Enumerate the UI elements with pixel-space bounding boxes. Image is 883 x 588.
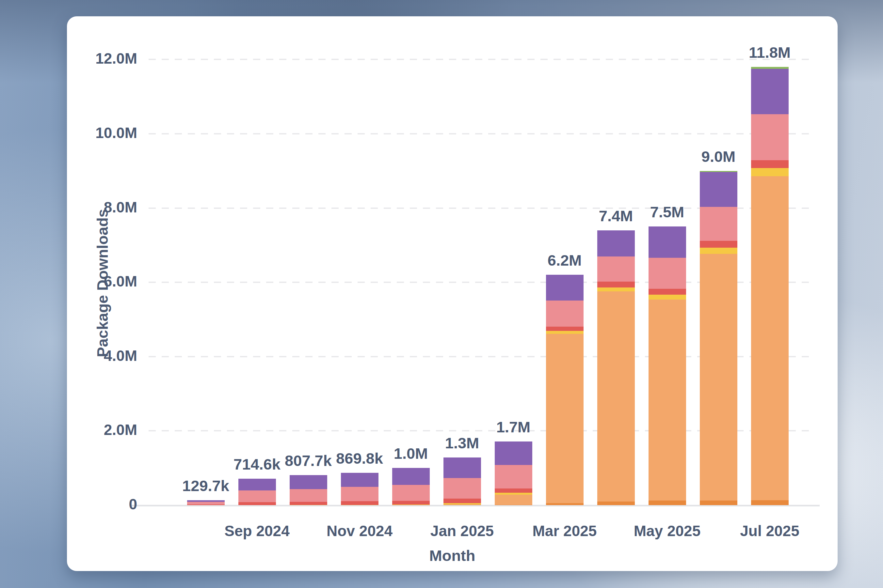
segment-pink[interactable] [341, 487, 379, 501]
x-tick-label-nov-2024: Nov 2024 [304, 522, 415, 540]
x-tick-label-sep-2024: Sep 2024 [202, 522, 313, 540]
x-tick-label-jan-2025: Jan 2025 [406, 522, 517, 540]
segment-red[interactable] [648, 289, 686, 295]
segment-yellow[interactable] [700, 248, 737, 254]
segment-red[interactable] [341, 501, 379, 505]
segment-light-orange[interactable] [700, 254, 737, 501]
segment-red[interactable] [238, 502, 276, 505]
bar-may-2025[interactable] [648, 16, 686, 505]
desktop-background: { "chart_data": { "type": "bar", "stacke… [0, 0, 883, 588]
segment-red[interactable] [546, 327, 584, 331]
segment-light-orange[interactable] [597, 291, 635, 501]
segment-dark-orange[interactable] [546, 503, 584, 505]
segment-red[interactable] [751, 160, 789, 168]
bar-sep-2024[interactable] [238, 16, 276, 505]
y-tick-label: 2.0M [67, 421, 137, 438]
segment-green[interactable] [751, 67, 789, 69]
segment-purple[interactable] [751, 69, 789, 114]
segment-dark-orange[interactable] [392, 505, 430, 505]
y-tick-label: 10.0M [67, 124, 137, 142]
plot-area: Package Downloads Month 12.0M10.0M8.0M6.… [67, 16, 838, 571]
bar-value-label: 11.8M [714, 44, 825, 62]
segment-yellow[interactable] [751, 168, 789, 176]
segment-green[interactable] [700, 171, 737, 172]
x-tick-label-mar-2025: Mar 2025 [509, 522, 620, 540]
segment-purple[interactable] [546, 275, 584, 300]
segment-purple[interactable] [341, 473, 379, 487]
segment-dark-orange[interactable] [444, 505, 481, 505]
segment-purple[interactable] [238, 479, 276, 490]
segment-dark-orange[interactable] [341, 505, 379, 505]
bar-jul-2025[interactable] [751, 16, 789, 505]
segment-pink[interactable] [392, 485, 430, 501]
x-tick-label-jul-2025: Jul 2025 [714, 522, 825, 540]
y-tick-label: 8.0M [67, 198, 137, 216]
y-tick-label: 6.0M [67, 273, 137, 290]
bar-apr-2025[interactable] [597, 16, 635, 505]
segment-dark-orange[interactable] [648, 501, 686, 505]
segment-pink[interactable] [187, 502, 225, 504]
segment-red[interactable] [444, 499, 481, 504]
segment-yellow[interactable] [392, 504, 430, 505]
segment-dark-orange[interactable] [751, 500, 789, 505]
segment-dark-orange[interactable] [597, 501, 635, 505]
segment-red[interactable] [700, 241, 737, 248]
segment-yellow[interactable] [648, 295, 686, 299]
segment-dark-orange[interactable] [700, 501, 737, 505]
segment-yellow[interactable] [597, 288, 635, 291]
segment-red[interactable] [392, 501, 430, 504]
segment-purple[interactable] [700, 172, 737, 207]
x-axis-title: Month [67, 546, 838, 564]
segment-red[interactable] [187, 504, 225, 505]
segment-yellow[interactable] [444, 503, 481, 504]
bar-dec-2024[interactable] [392, 16, 430, 505]
segment-purple[interactable] [392, 468, 430, 485]
segment-pink[interactable] [290, 489, 327, 502]
segment-purple[interactable] [597, 230, 635, 256]
segment-purple[interactable] [444, 458, 481, 478]
segment-pink[interactable] [597, 256, 635, 282]
segment-light-orange[interactable] [444, 504, 481, 505]
y-tick-label: 4.0M [67, 347, 137, 364]
segment-red[interactable] [495, 489, 532, 493]
segment-dark-orange[interactable] [290, 505, 327, 505]
segment-purple[interactable] [187, 500, 225, 502]
segment-dark-orange[interactable] [495, 505, 532, 505]
segment-pink[interactable] [648, 258, 686, 289]
y-tick-label: 12.0M [67, 50, 137, 67]
y-tick-label: 0 [67, 495, 137, 513]
segment-red[interactable] [597, 282, 635, 288]
segment-purple[interactable] [648, 226, 686, 258]
bar-nov-2024[interactable] [341, 16, 379, 505]
x-tick-label-may-2025: May 2025 [612, 522, 723, 540]
segment-pink[interactable] [751, 114, 789, 160]
segment-pink[interactable] [238, 490, 276, 502]
segment-light-orange[interactable] [546, 334, 584, 503]
segment-light-orange[interactable] [751, 176, 789, 500]
segment-pink[interactable] [495, 465, 532, 489]
segment-yellow[interactable] [546, 331, 584, 334]
segment-pink[interactable] [546, 300, 584, 327]
segment-light-orange[interactable] [648, 300, 686, 501]
segment-light-orange[interactable] [495, 495, 532, 505]
segment-purple[interactable] [495, 441, 532, 465]
segment-pink[interactable] [444, 478, 481, 499]
segment-red[interactable] [290, 502, 327, 505]
bar-oct-2024[interactable] [290, 16, 327, 505]
bar-aug-2024[interactable] [187, 16, 225, 505]
segment-pink[interactable] [700, 207, 737, 241]
chart-card: Package Downloads Month 12.0M10.0M8.0M6.… [67, 16, 838, 571]
segment-purple[interactable] [290, 475, 327, 489]
bar-jun-2025[interactable] [700, 16, 737, 505]
segment-yellow[interactable] [495, 493, 532, 495]
